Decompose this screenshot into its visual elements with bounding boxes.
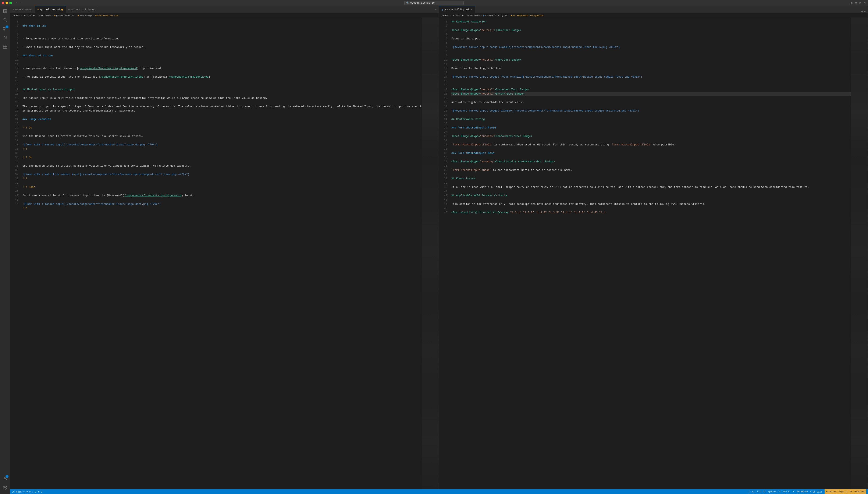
code-line: ### When to use	[22, 24, 422, 28]
spaces-status[interactable]: Spaces: 4	[768, 490, 780, 493]
code-line	[451, 96, 851, 100]
right-tab-more-button[interactable]	[667, 6, 670, 13]
more-actions-button[interactable]: ⋯	[864, 10, 866, 13]
code-line	[451, 147, 851, 151]
right-breadcrumb-christian[interactable]: christian	[452, 14, 464, 17]
code-line	[451, 83, 851, 88]
eol-status[interactable]: LF	[792, 490, 794, 493]
activity-search[interactable]	[1, 16, 9, 24]
position-status[interactable]: Ln 17, Col 47	[747, 490, 766, 493]
breadcrumb-usage[interactable]: ◆### Usage	[78, 14, 92, 17]
address-bar[interactable]: 🔍 cveigt.github.io	[404, 1, 464, 5]
tab-accessibility-left[interactable]: M accessibility.md	[66, 6, 98, 13]
close-button[interactable]	[2, 2, 4, 4]
left-minimap	[422, 18, 439, 489]
tab-more-button[interactable]: ⋯	[433, 6, 439, 13]
code-line	[22, 138, 422, 143]
tab-accessibility-left-icon: M	[68, 8, 70, 11]
code-line	[22, 168, 422, 172]
code-line: ## Keyboard navigation	[451, 20, 851, 24]
tab-overview[interactable]: M overview.md	[10, 6, 35, 13]
live-status[interactable]: ♻ 0	[38, 490, 42, 493]
encoding-status[interactable]: UTF-8	[783, 490, 790, 493]
code-line	[451, 130, 851, 134]
url-text: cveigt.github.io	[410, 1, 435, 4]
breadcrumb-downloads[interactable]: Downloads	[39, 14, 51, 17]
activity-bottom: 1	[1, 474, 9, 494]
code-line: ## Known issues	[451, 177, 851, 181]
code-line	[451, 181, 851, 185]
code-line: ![Form with a multiline masked input](/a…	[22, 172, 422, 177]
code-line: ![Keyboard masked input focus example](/…	[451, 45, 851, 50]
activity-extensions[interactable]	[1, 42, 9, 51]
sync-status[interactable]: ↻	[23, 490, 25, 493]
split-editor-button[interactable]: ⊞	[861, 10, 863, 13]
code-line	[22, 62, 422, 66]
tab-accessibility-right-label: accessibility.md	[445, 8, 469, 11]
code-line: <Doc::WcagList @criteriaList={{array "1.…	[451, 211, 851, 215]
forward-button[interactable]: →	[21, 1, 24, 5]
code-line: Use the Masked Input to protect sensitiv…	[22, 134, 422, 138]
language-status[interactable]: Markdown	[796, 490, 808, 493]
code-line	[22, 28, 422, 33]
right-breadcrumb-file[interactable]: ◆accessibility.md	[483, 14, 508, 17]
layout-icon[interactable]: ⊞	[850, 1, 853, 5]
activity-account[interactable]: 1	[1, 474, 9, 482]
tab-guidelines-label: guidelines.md	[40, 8, 60, 11]
code-line	[22, 160, 422, 164]
layout3-icon[interactable]: ⊠	[859, 1, 862, 5]
right-code-content[interactable]: ## Keyboard navigation <Doc::Badge @type…	[450, 18, 851, 489]
code-line	[22, 92, 422, 96]
code-line	[22, 130, 422, 134]
breadcrumb-file[interactable]: ◆guidelines.md	[54, 14, 74, 17]
code-line: Activates toggle to show/hide the input …	[451, 100, 851, 104]
code-line: Focus on the input	[451, 37, 851, 41]
left-editor-panel: M overview.md M guidelines.md M accessib…	[10, 6, 439, 489]
code-line	[22, 198, 422, 202]
activity-run[interactable]	[1, 34, 9, 42]
minimize-button[interactable]	[5, 2, 8, 4]
right-breadcrumb-users[interactable]: Users	[441, 14, 449, 17]
left-code-area: 1 2 3 4 5 6 7 8 9 10 11 12 13 14	[10, 18, 439, 489]
tab-accessibility-right[interactable]: ◆ accessibility.md ×	[439, 6, 475, 13]
back-button[interactable]: ←	[15, 1, 19, 5]
svg-rect-13	[5, 47, 7, 49]
activity-source-control[interactable]: 1	[1, 24, 9, 33]
activity-settings[interactable]	[1, 483, 9, 492]
tab-close-button[interactable]: ×	[471, 8, 473, 12]
branch-status[interactable]: ⎇ main	[12, 490, 22, 493]
status-bar: ⎇ main ↻ ⊗ 0 ⚠ 0 ♻ 0 Ln 17, Col 47 Space…	[10, 489, 868, 494]
svg-rect-11	[5, 45, 7, 46]
right-minimap	[851, 18, 868, 489]
errors-status[interactable]: ⊗ 0 ⚠ 0	[26, 490, 36, 493]
code-line	[22, 83, 422, 88]
code-line: Don't use a Masked Input for password in…	[22, 194, 422, 198]
svg-line-4	[6, 21, 7, 22]
code-line	[451, 121, 851, 126]
code-line: `Form::MaskedInput::Field` is conformant…	[451, 143, 851, 147]
status-left: ⎇ main ↻ ⊗ 0 ⚠ 0 ♻ 0	[12, 490, 42, 493]
right-breadcrumb-current: ◆## Keyboard navigation	[511, 14, 544, 17]
code-line	[451, 206, 851, 211]
svg-rect-0	[4, 10, 5, 13]
code-line: !!!	[22, 206, 422, 211]
tab-accessibility-right-icon: ◆	[441, 8, 443, 11]
code-line: – For general textual input, use the [Te…	[22, 75, 422, 79]
svg-rect-1	[5, 10, 7, 11]
code-line	[451, 71, 851, 75]
code-line: Use the Masked Input to protect sensitiv…	[22, 164, 422, 168]
right-breadcrumb: Users › christian › Downloads › ◆accessi…	[439, 13, 868, 18]
layout2-icon[interactable]: ⊟	[854, 1, 857, 5]
layout4-icon[interactable]: ⊡	[863, 1, 866, 5]
tab-guidelines[interactable]: M guidelines.md	[35, 6, 66, 13]
status-right: Ln 17, Col 47 Spaces: 4 UTF-8 LF Markdow…	[747, 489, 866, 494]
activity-explorer[interactable]	[1, 7, 9, 15]
left-code-content[interactable]: ### When to use – To give users a way to…	[21, 18, 422, 489]
breadcrumb-christian[interactable]: christian	[23, 14, 35, 17]
go-live-status[interactable]: ⚡ Go Live	[810, 490, 823, 493]
right-breadcrumb-downloads[interactable]: Downloads	[468, 14, 480, 17]
maximize-button[interactable]	[9, 2, 12, 4]
tabnine-status[interactable]: Tabnine: Sign-in is required	[825, 489, 866, 494]
breadcrumb-users[interactable]: Users	[13, 14, 20, 17]
app-body: 1 1	[0, 6, 868, 494]
